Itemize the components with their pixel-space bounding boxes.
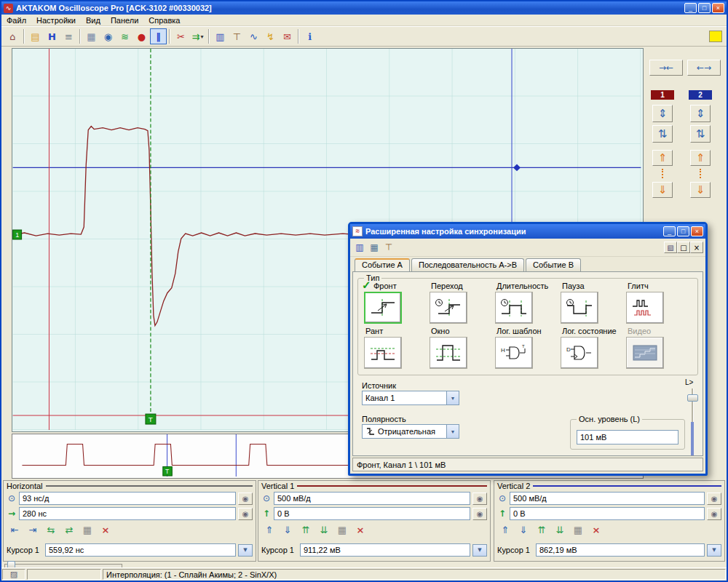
send-icon[interactable]: ✉ — [279, 28, 296, 44]
dialog-title-bar[interactable]: ≋ Расширенная настройка синхронизации _ … — [350, 224, 705, 239]
menu-help[interactable]: Справка — [143, 16, 185, 25]
shift-up-icon[interactable]: ⇑ — [497, 522, 513, 537]
tab-event-b[interactable]: Событие B — [526, 258, 581, 271]
menu-file[interactable]: Файл — [1, 16, 31, 25]
open-icon[interactable]: ▤ — [27, 28, 44, 44]
trigger-type-logic-pattern-button[interactable]: H T — [495, 337, 533, 369]
level-slider[interactable] — [687, 388, 698, 455]
pause-icon[interactable]: ‖ — [150, 28, 167, 44]
offset-field[interactable]: 0 В — [510, 507, 705, 520]
device-connect-icon[interactable]: ⌂ — [4, 28, 21, 44]
level-slider-thumb[interactable] — [687, 394, 698, 402]
ch2-shift-down-button[interactable]: ⇓ — [690, 182, 711, 198]
measure-icon[interactable]: ∿ — [245, 28, 262, 44]
dlg-export-icon[interactable]: ▧ — [664, 242, 677, 253]
cursor-field[interactable]: 862,19 мВ — [536, 543, 705, 557]
expand-v-icon[interactable]: ⇊ — [316, 522, 332, 537]
menu-panels[interactable]: Панели — [106, 16, 143, 25]
cursor-field[interactable]: 911,22 мВ — [300, 543, 470, 557]
dlg-close-icon[interactable]: × — [690, 242, 703, 253]
trigger-type-edge-button[interactable] — [364, 292, 402, 324]
dropdown-arrow-icon[interactable]: ▼ — [446, 391, 459, 404]
level-field[interactable]: 101 мВ — [577, 430, 678, 445]
clear-icon[interactable]: × — [588, 522, 604, 537]
notebook-icon[interactable]: ▥ — [212, 28, 229, 44]
trigger-type-logic-state-button[interactable]: D — [561, 337, 598, 369]
trigger-type-transition-button[interactable] — [430, 292, 467, 324]
channel1-chip[interactable]: 1 — [651, 90, 674, 100]
grid-icon[interactable]: ▦ — [334, 522, 350, 537]
timebase-field[interactable]: 93 нс/д — [19, 492, 236, 505]
ch2-scale-vertical-button[interactable]: ⇅ — [690, 125, 711, 143]
channel2-chip[interactable]: 2 — [689, 90, 712, 100]
offset-dial-button[interactable]: ◉ — [472, 508, 487, 520]
volts-div-field[interactable]: 500 мВ/д — [274, 492, 470, 505]
trigger-type-window-button[interactable] — [430, 337, 467, 369]
expand-v-icon[interactable]: ⇊ — [552, 522, 568, 537]
cursor-dropdown-button[interactable]: ▼ — [472, 544, 487, 557]
generator-icon[interactable]: ↯ — [262, 28, 279, 44]
pan-left-icon[interactable]: ⇤ — [7, 522, 23, 537]
position-field[interactable]: 280 нс — [19, 507, 236, 520]
trigger-flag[interactable]: T — [146, 414, 156, 424]
info-icon[interactable]: ℹ — [301, 28, 318, 44]
ch2-shift-up-button[interactable]: ⇑ — [690, 150, 711, 166]
ch1-fit-vertical-button[interactable]: ⇕ — [652, 105, 673, 122]
expand-h-icon[interactable]: ⇄ — [61, 522, 77, 537]
source-combo[interactable]: Канал 1 ▼ — [362, 391, 459, 405]
grid-icon[interactable]: ▦ — [79, 522, 95, 537]
shift-up-icon[interactable]: ⇑ — [261, 522, 277, 537]
menu-settings[interactable]: Настройки — [31, 16, 81, 25]
ch2-fit-vertical-button[interactable]: ⇕ — [690, 105, 711, 122]
channel1-ground-marker[interactable]: 1 — [13, 230, 22, 239]
preview-trigger-flag[interactable]: T — [163, 466, 173, 476]
clear-icon[interactable]: × — [98, 522, 114, 537]
cursor-dropdown-button[interactable]: ▼ — [238, 544, 253, 557]
cursor-dropdown-button[interactable]: ▼ — [707, 544, 721, 557]
clear-icon[interactable]: × — [352, 522, 368, 537]
trigger-type-runt-button[interactable] — [364, 337, 402, 369]
cursor-field[interactable]: 559,92 нс — [45, 543, 236, 557]
dropdown-arrow-icon[interactable]: ▼ — [446, 425, 459, 438]
autoset-icon[interactable]: ⇉▾ — [189, 28, 206, 44]
fit-horizontal-button[interactable]: →← — [649, 60, 683, 76]
position-dial-button[interactable]: ◉ — [238, 508, 253, 520]
dlg-panels-icon[interactable]: ▦ — [367, 240, 381, 255]
menu-view[interactable]: Вид — [81, 16, 106, 25]
tab-sequence-ab[interactable]: Последовательность A->B — [411, 258, 524, 271]
copy-pages-icon[interactable]: ▦ — [83, 28, 100, 44]
maximize-button[interactable]: □ — [698, 3, 711, 13]
ch1-scale-vertical-button[interactable]: ⇅ — [652, 125, 673, 143]
dialog-close-button[interactable]: × — [691, 226, 703, 236]
compress-h-icon[interactable]: ⇆ — [43, 522, 59, 537]
signal-waves-icon[interactable]: ≋ — [116, 28, 133, 44]
compress-v-icon[interactable]: ⇈ — [534, 522, 550, 537]
compress-v-icon[interactable]: ⇈ — [298, 522, 314, 537]
record-icon[interactable]: ● — [133, 28, 150, 44]
expand-horizontal-button[interactable]: ←→ — [687, 60, 721, 76]
tab-event-a[interactable]: Событие A — [355, 258, 410, 271]
save-icon[interactable]: H — [44, 28, 60, 44]
volts-dial-button[interactable]: ◉ — [707, 493, 721, 505]
polarity-combo[interactable]: Отрицательная ▼ — [362, 424, 459, 439]
offset-field[interactable]: 0 В — [274, 507, 470, 520]
cut-signal-icon[interactable]: ✂ — [173, 28, 189, 44]
grid-icon[interactable]: ▦ — [570, 522, 586, 537]
trigger-type-pause-button[interactable] — [561, 292, 598, 324]
pan-right-icon[interactable]: ⇥ — [25, 522, 41, 537]
volts-div-field[interactable]: 500 мВ/д — [510, 492, 705, 505]
timebase-dial-button[interactable]: ◉ — [238, 493, 253, 505]
ch1-shift-down-button[interactable]: ⇓ — [652, 182, 673, 198]
dlg-restore-icon[interactable]: □ — [677, 242, 690, 253]
volts-dial-button[interactable]: ◉ — [472, 493, 487, 505]
trigger-type-glitch-button[interactable] — [626, 292, 664, 324]
minimize-button[interactable]: _ — [684, 3, 697, 13]
dlg-notebook-icon[interactable]: ▥ — [352, 240, 367, 255]
dialog-maximize-button[interactable]: □ — [677, 226, 689, 236]
close-button[interactable]: × — [712, 3, 724, 13]
zoom-signal-icon[interactable]: ◉ — [100, 28, 116, 44]
trigger-panel-icon[interactable]: ⊤ — [229, 28, 245, 44]
dialog-minimize-button[interactable]: _ — [663, 226, 676, 236]
offset-dial-button[interactable]: ◉ — [707, 508, 721, 520]
dlg-trigger-icon[interactable]: ⊤ — [381, 240, 396, 255]
